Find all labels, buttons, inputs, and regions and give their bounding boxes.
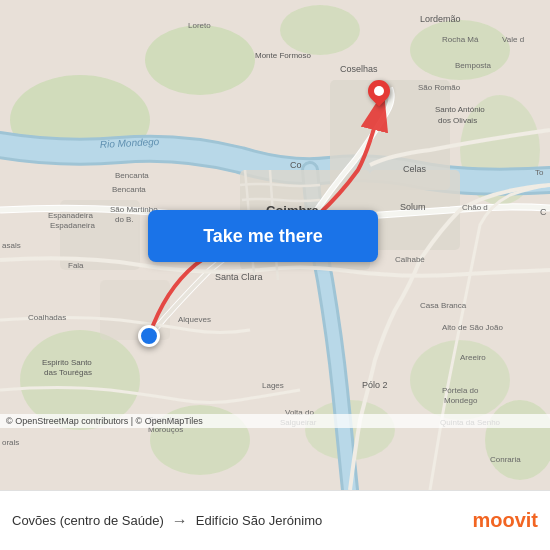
svg-text:orals: orals <box>2 438 19 447</box>
svg-text:Co: Co <box>290 160 302 170</box>
svg-text:São Romão: São Romão <box>418 83 461 92</box>
route-destination-label: Edifício São Jerónimo <box>196 513 322 528</box>
svg-text:Conraria: Conraria <box>490 455 521 464</box>
svg-text:Celas: Celas <box>403 164 427 174</box>
svg-text:Bencanta: Bencanta <box>112 185 146 194</box>
svg-point-9 <box>410 340 510 420</box>
svg-point-2 <box>145 25 255 95</box>
svg-text:asals: asals <box>2 241 21 250</box>
svg-point-3 <box>280 5 360 55</box>
svg-point-4 <box>410 20 510 80</box>
svg-text:Calhabé: Calhabé <box>395 255 425 264</box>
svg-text:Santo António: Santo António <box>435 105 485 114</box>
svg-text:Solum: Solum <box>400 202 426 212</box>
svg-text:Bencanta: Bencanta <box>115 171 149 180</box>
svg-text:Chão d: Chão d <box>462 203 488 212</box>
svg-text:dos Olivais: dos Olivais <box>438 116 477 125</box>
route-origin-label: Covões (centro de Saúde) <box>12 513 164 528</box>
origin-marker <box>138 325 160 347</box>
svg-text:Fala: Fala <box>68 261 84 270</box>
svg-text:Casa Branca: Casa Branca <box>420 301 467 310</box>
route-info: Covões (centro de Saúde) → Edifício São … <box>12 512 472 530</box>
map-container: Coimbra Rio Mondego Lordemão Rocha Má Be… <box>0 0 550 490</box>
svg-text:Pólo 2: Pólo 2 <box>362 380 388 390</box>
svg-text:do B.: do B. <box>115 215 134 224</box>
svg-text:Santa Clara: Santa Clara <box>215 272 263 282</box>
take-me-there-button[interactable]: Take me there <box>148 210 378 262</box>
svg-text:Alto de São João: Alto de São João <box>442 323 503 332</box>
svg-text:Alqueves: Alqueves <box>178 315 211 324</box>
svg-text:Vale d: Vale d <box>502 35 524 44</box>
svg-text:To: To <box>535 168 544 177</box>
svg-text:Loreto: Loreto <box>188 21 211 30</box>
moovit-brand-text: moovit <box>472 509 538 532</box>
svg-text:C: C <box>540 207 547 217</box>
svg-text:Espadaneira: Espadaneira <box>50 221 95 230</box>
svg-text:Bemposta: Bemposta <box>455 61 492 70</box>
map-attribution: © OpenStreetMap contributors | © OpenMap… <box>0 414 550 428</box>
svg-text:Rocha Má: Rocha Má <box>442 35 479 44</box>
svg-rect-15 <box>100 280 170 340</box>
svg-text:Areeiro: Areeiro <box>460 353 486 362</box>
destination-marker <box>368 80 390 102</box>
svg-text:Espirito Santo: Espirito Santo <box>42 358 92 367</box>
bottom-bar: Covões (centro de Saúde) → Edifício São … <box>0 490 550 550</box>
svg-text:Lages: Lages <box>262 381 284 390</box>
svg-text:das Tourégas: das Tourégas <box>44 368 92 377</box>
svg-text:Mondego: Mondego <box>444 396 478 405</box>
moovit-logo: moovit <box>472 509 538 532</box>
svg-text:Lordemão: Lordemão <box>420 14 461 24</box>
svg-text:Coalhadas: Coalhadas <box>28 313 66 322</box>
route-arrow-icon: → <box>172 512 188 530</box>
svg-text:Pórtela do: Pórtela do <box>442 386 479 395</box>
svg-text:Espanadeira: Espanadeira <box>48 211 93 220</box>
svg-text:Monte Formoso: Monte Formoso <box>255 51 312 60</box>
svg-text:Coselhas: Coselhas <box>340 64 378 74</box>
